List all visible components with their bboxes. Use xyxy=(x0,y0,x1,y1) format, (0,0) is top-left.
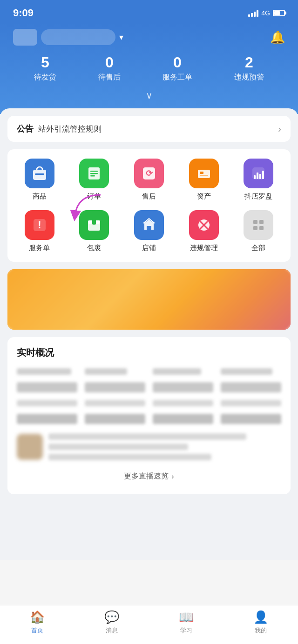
message-icon: 💬 xyxy=(104,610,119,624)
store-selector[interactable]: ▾ 🔔 xyxy=(13,29,285,46)
svg-rect-5 xyxy=(90,175,95,177)
bottom-nav: 🏠 首页 💬 消息 📖 学习 👤 我的 xyxy=(0,605,298,644)
menu-item-all[interactable]: 全部 xyxy=(231,210,286,252)
announcement-label: 公告 xyxy=(17,123,34,134)
home-icon: 🏠 xyxy=(30,610,45,624)
svg-rect-21 xyxy=(147,226,151,230)
nav-item-learn[interactable]: 📖 学习 xyxy=(168,610,205,635)
stat-item-pending-ship[interactable]: 5 待发货 xyxy=(34,55,56,82)
package-icon-wrapper xyxy=(79,210,109,240)
nav-item-profile[interactable]: 👤 我的 xyxy=(242,610,279,635)
stats-row: 5 待发货 0 待售后 0 服务工单 2 违规预警 xyxy=(13,55,285,82)
svg-rect-20 xyxy=(92,219,96,225)
stat-label-0: 待发货 xyxy=(34,73,56,82)
asset-icon-wrapper xyxy=(189,159,219,188)
signal-icon xyxy=(248,9,258,17)
shop-icon xyxy=(141,217,157,233)
svg-rect-10 xyxy=(200,175,208,176)
more-live-arrow: › xyxy=(171,472,174,481)
stat-item-service-order[interactable]: 0 服务工单 xyxy=(163,55,192,82)
svg-rect-1 xyxy=(35,173,44,175)
stat-label-3: 违规预警 xyxy=(234,73,264,82)
svg-rect-9 xyxy=(200,172,203,174)
status-bar: 9:09 4G xyxy=(0,0,298,23)
svg-rect-14 xyxy=(259,174,261,179)
announcement-arrow[interactable]: › xyxy=(278,124,281,134)
announcement-bar[interactable]: 公告 站外引流管控规则 › xyxy=(7,116,291,142)
menu-item-package[interactable]: 包裹 xyxy=(67,210,122,252)
menu-item-service[interactable]: ! 服务单 xyxy=(12,210,67,252)
service-icon-wrapper: ! xyxy=(25,210,54,240)
menu-item-label-shop: 店铺 xyxy=(142,244,156,252)
status-icons: 4G xyxy=(248,9,285,17)
stat-number-1: 0 xyxy=(105,55,114,70)
nav-label-learn: 学习 xyxy=(180,626,192,635)
blur-num-8 xyxy=(221,414,281,424)
stat-item-violation-warning[interactable]: 2 违规预警 xyxy=(234,55,264,82)
menu-item-order[interactable]: 订单 xyxy=(67,159,122,201)
svg-text:!: ! xyxy=(38,219,41,231)
menu-item-product[interactable]: 商品 xyxy=(12,159,67,201)
stat-label-2: 服务工单 xyxy=(163,73,192,82)
main-content: 公告 站外引流管控规则 › xyxy=(0,108,298,560)
store-avatar xyxy=(13,29,37,46)
svg-rect-13 xyxy=(257,173,258,179)
menu-item-label-package: 包裹 xyxy=(87,244,101,252)
blur-num-1 xyxy=(17,382,77,392)
store-name-input xyxy=(41,29,115,45)
stats-grid-row1 xyxy=(17,368,281,375)
blur-stat-2 xyxy=(85,368,127,375)
more-live-text: 更多直播速览 xyxy=(124,471,169,481)
menu-item-violation[interactable]: 违规管理 xyxy=(176,210,231,252)
blur-stat-4 xyxy=(221,368,272,375)
svg-rect-25 xyxy=(253,220,257,224)
package-icon xyxy=(86,217,102,233)
svg-text:⟳: ⟳ xyxy=(145,169,153,178)
chart-icon xyxy=(250,165,267,182)
nav-label-profile: 我的 xyxy=(255,626,267,635)
banner-blur-overlay xyxy=(7,269,291,330)
stat-item-pending-aftersale[interactable]: 0 待售后 xyxy=(98,55,121,82)
announcement-text: 站外引流管控规则 xyxy=(38,124,102,134)
nav-item-message[interactable]: 💬 消息 xyxy=(93,610,130,635)
menu-item-asset[interactable]: 资产 xyxy=(176,159,231,201)
aftersale-icon-wrapper: ⟳ xyxy=(134,159,164,188)
menu-item-compass[interactable]: 抖店罗盘 xyxy=(231,159,286,201)
store-name-wrapper[interactable]: ▾ xyxy=(13,29,123,46)
blurred-image-row xyxy=(17,433,281,460)
menu-item-label-service: 服务单 xyxy=(29,244,50,252)
status-time: 9:09 xyxy=(13,7,34,19)
all-icon-wrapper xyxy=(244,210,273,240)
bell-icon[interactable]: 🔔 xyxy=(270,30,285,45)
svg-rect-28 xyxy=(259,226,264,230)
shop-icon-wrapper xyxy=(134,210,164,240)
stat-label-1: 待售后 xyxy=(98,73,121,82)
blur-num-4 xyxy=(221,382,281,392)
blur-num-2 xyxy=(85,382,145,392)
blur-num-3 xyxy=(153,382,213,392)
chevron-down-icon[interactable]: ▾ xyxy=(119,32,123,42)
menu-item-label-order: 订单 xyxy=(87,192,101,201)
svg-rect-8 xyxy=(198,170,210,178)
svg-rect-15 xyxy=(262,171,264,179)
nav-item-home[interactable]: 🏠 首页 xyxy=(19,610,56,635)
aftersale-icon: ⟳ xyxy=(141,165,157,182)
menu-item-aftersale[interactable]: ⟳ 售后 xyxy=(122,159,176,201)
svg-rect-3 xyxy=(90,171,98,172)
blur-label-4 xyxy=(221,400,281,406)
banner-area[interactable] xyxy=(7,269,291,330)
expand-row[interactable]: ∨ xyxy=(13,90,285,101)
order-icon-wrapper xyxy=(79,159,109,188)
blur-stat-1 xyxy=(17,368,71,375)
menu-item-label-asset: 资产 xyxy=(197,192,211,201)
more-live-link[interactable]: 更多直播速览 › xyxy=(17,468,281,485)
menu-item-shop[interactable]: 店铺 xyxy=(122,210,176,252)
realtime-title: 实时概况 xyxy=(17,346,281,359)
nav-label-home: 首页 xyxy=(31,626,43,635)
svg-rect-4 xyxy=(90,173,98,174)
stat-number-0: 5 xyxy=(41,55,49,70)
svg-rect-27 xyxy=(253,226,257,230)
announcement-content: 公告 站外引流管控规则 xyxy=(17,123,102,134)
expand-icon[interactable]: ∨ xyxy=(146,90,153,101)
asset-icon xyxy=(196,165,212,182)
